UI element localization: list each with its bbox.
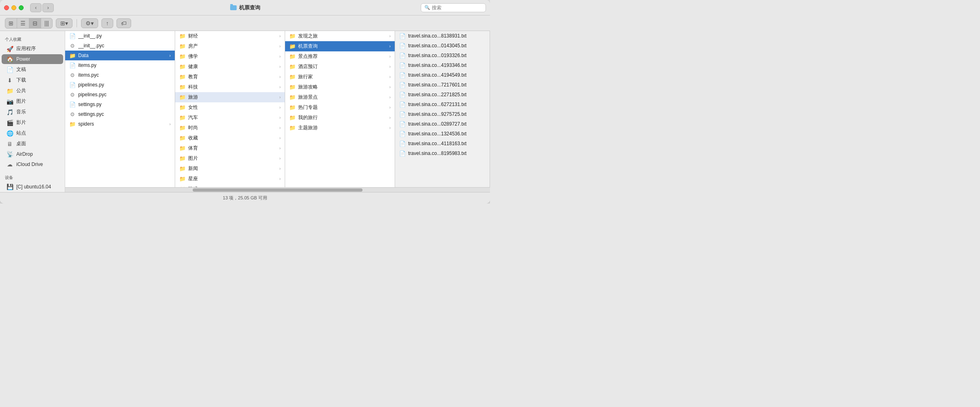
list-item[interactable]: 📁 汽车 › [175,113,285,123]
list-item[interactable]: 📁 Data › [65,51,175,60]
folder-icon: 📁 [179,176,186,182]
search-bar[interactable]: 🔍 [421,3,486,12]
list-item[interactable]: 📄 travel.sina.co...8195983.txt [395,148,490,158]
list-item[interactable]: ⚙ settings.pyc [65,109,175,119]
file-name: 体育 [188,145,277,152]
sidebar-item-desktop-label: 桌面 [16,140,26,147]
list-item[interactable]: 📄 travel.sina.co...0143045.txt [395,41,490,51]
folder-icon: 📁 [289,115,296,121]
list-item[interactable]: 📁 健康 › [175,62,285,72]
desktop-icon: 🖥 [7,141,13,147]
cover-view-button[interactable]: ||| [41,18,52,28]
list-item[interactable]: 📁 旅游 › [175,92,285,102]
close-button[interactable] [4,5,9,10]
forward-button[interactable]: › [42,3,54,12]
txt-file-icon: 📄 [399,102,406,108]
list-item[interactable]: 📁 机票查询 › [285,41,395,51]
column-2: 📁 财经 › 📁 房产 › 📁 佛学 › 📁 [175,31,285,187]
list-item[interactable]: 📁 时尚 › [175,123,285,133]
list-item[interactable]: 📁 旅游攻略 › [285,82,395,92]
list-item[interactable]: 📁 游戏 › [175,184,285,187]
sidebar-item-movies[interactable]: 🎬 影片 [2,117,63,128]
column-view-button[interactable]: ⊟ [29,18,41,28]
list-item[interactable]: 📄 travel.sina.co...4193346.txt [395,60,490,70]
list-item[interactable]: 📁 新闻 › [175,164,285,174]
sidebar-item-downloads[interactable]: ⬇ 下载 [2,75,63,85]
list-item[interactable]: 📄 travel.sina.co...4194549.txt [395,70,490,80]
list-item[interactable]: 📁 教育 › [175,72,285,82]
icon-view-button[interactable]: ⊞ [5,18,17,28]
sidebar-item-ubuntu-label: [C] ubuntu16.04 [16,184,51,190]
list-item[interactable]: 📄 settings.py [65,100,175,109]
sidebar-item-desktop[interactable]: 🖥 桌面 [2,139,63,149]
list-item[interactable]: 📄 travel.sina.co...1324536.txt [395,129,490,139]
file-name: 主题旅游 [298,124,387,131]
list-item[interactable]: ⚙ pipelines.pyc [65,90,175,100]
chevron-right-icon: › [169,53,171,58]
list-item[interactable]: 📄 travel.sina.co...0289727.txt [395,119,490,129]
list-item[interactable]: 📁 spiders › [65,119,175,129]
sidebar-item-photos-label: 图片 [16,98,26,105]
list-item[interactable]: 📁 热门专题 › [285,102,395,113]
file-name: travel.sina.co...4193346.txt [408,62,486,68]
horizontal-scrollbar[interactable] [65,187,490,192]
scroll-thumb[interactable] [193,188,363,192]
list-item[interactable]: 📁 景点推荐 › [285,51,395,62]
list-item[interactable]: 📁 主题旅游 › [285,123,395,133]
minimize-button[interactable] [11,5,16,10]
list-item[interactable]: 📄 pipelines.py [65,80,175,90]
list-item[interactable]: 📁 科技 › [175,82,285,92]
folder-icon: 📁 [289,53,296,60]
back-button[interactable]: ‹ [30,3,42,12]
tag-button[interactable]: 🏷 [116,18,131,28]
sidebar-item-photos[interactable]: 📷 图片 [2,96,63,106]
list-view-button[interactable]: ☰ [17,18,29,28]
sidebar-item-power[interactable]: 🏠 Power [2,54,63,64]
airdrop-icon: 📡 [7,151,13,157]
sites-icon: 🌐 [7,130,13,137]
sidebar-item-sites[interactable]: 🌐 站点 [2,128,63,138]
list-item[interactable]: 📁 我的旅行 › [285,113,395,123]
list-item[interactable]: 📄 travel.sina.co...6272131.txt [395,100,490,109]
file-name: 我的旅行 [298,114,387,121]
list-item[interactable]: 📁 体育 › [175,143,285,153]
sidebar-item-music[interactable]: 🎵 音乐 [2,107,63,117]
list-item[interactable]: 📁 佛学 › [175,51,285,62]
file-name: 教育 [188,73,277,80]
sidebar-item-public[interactable]: 📁 公共 [2,86,63,96]
list-item[interactable]: 📁 星座 › [175,174,285,184]
column-4: 📄 travel.sina.co...8138931.txt 📄 travel.… [395,31,490,187]
list-item[interactable]: 📄 travel.sina.co...8138931.txt [395,31,490,41]
list-item[interactable]: 📁 财经 › [175,31,285,41]
columns-row: 📄 __init__.py ⚙ __init__.pyc 📁 Data › 📄 [65,31,490,187]
list-item[interactable]: 📄 travel.sina.co...4118163.txt [395,139,490,148]
list-item[interactable]: ⚙ items.pyc [65,70,175,80]
list-item[interactable]: 📄 travel.sina.co...7217601.txt [395,80,490,90]
list-item[interactable]: 📄 travel.sina.co...9275725.txt [395,109,490,119]
share-button[interactable]: ↑ [101,18,113,28]
grid-view-button[interactable]: ⊞▾ [56,18,73,28]
list-item[interactable]: 📁 酒店预订 › [285,62,395,72]
list-item[interactable]: 📁 收藏 › [175,133,285,143]
file-name: travel.sina.co...7217601.txt [408,82,486,88]
list-item[interactable]: 📁 旅行家 › [285,72,395,82]
list-item[interactable]: 📁 房产 › [175,41,285,51]
maximize-button[interactable] [19,5,24,10]
movies-icon: 🎬 [7,119,13,126]
list-item[interactable]: 📄 travel.sina.co...0193326.txt [395,51,490,60]
sidebar-item-airdrop[interactable]: 📡 AirDrop [2,149,63,159]
sidebar-item-icloud[interactable]: ☁ iCloud Drive [2,159,63,169]
sidebar-item-docs[interactable]: 📄 文稿 [2,64,63,75]
list-item[interactable]: 📁 女性 › [175,102,285,113]
list-item[interactable]: 📄 travel.sina.co...2271825.txt [395,90,490,100]
list-item[interactable]: 📁 图片 › [175,153,285,164]
list-item[interactable]: 📄 items.py [65,60,175,70]
list-item[interactable]: 📁 旅游景点 › [285,92,395,102]
action-button[interactable]: ⚙▾ [81,18,98,28]
list-item[interactable]: 📄 __init__.py [65,31,175,41]
list-item[interactable]: 📁 发现之旅 › [285,31,395,41]
search-input[interactable] [432,5,482,11]
sidebar-item-ubuntu[interactable]: 💾 [C] ubuntu16.04 [2,182,63,192]
sidebar-item-apps[interactable]: 🚀 应用程序 [2,44,63,54]
list-item[interactable]: ⚙ __init__.pyc [65,41,175,51]
